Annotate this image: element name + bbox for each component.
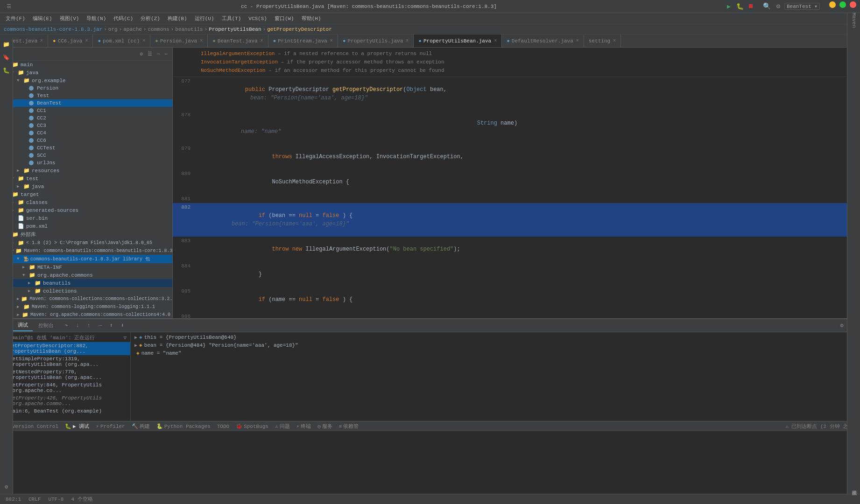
menu-navigate[interactable]: 导航(N) xyxy=(83,14,110,23)
line-content-882[interactable]: if (bean == null = false ) { bean: "Pers… xyxy=(196,203,853,237)
var-item-this[interactable]: ▶ ◈ this = {PropertyUtilsBean@640} xyxy=(131,333,860,341)
tree-external[interactable]: ▼ 📁 外部库 xyxy=(0,230,172,239)
status-spaces[interactable]: 4 个空格 xyxy=(69,496,94,503)
window-controls[interactable]: ☰ xyxy=(4,1,14,12)
bottom-profiler[interactable]: ⚡ Profiler xyxy=(93,422,127,430)
line-content-884[interactable]: } xyxy=(196,262,853,287)
var-item-name[interactable]: ◈ name = "name" xyxy=(131,349,860,357)
menu-file[interactable]: 文件(F) xyxy=(2,14,29,23)
tab-propertyutilsbean-close[interactable]: × xyxy=(494,38,497,43)
tree-beantest[interactable]: BeanTest xyxy=(0,99,172,107)
tab-propertyutils[interactable]: ● PropertyUtils.java × xyxy=(338,35,414,47)
menu-icon[interactable]: ☰ xyxy=(4,1,14,12)
line-content-885[interactable]: if (name == null = false ) { xyxy=(196,287,853,312)
left-icon-gear[interactable]: ⚙ xyxy=(1,482,12,492)
bottom-deps[interactable]: ≡ 依赖管 xyxy=(336,422,362,431)
menu-vcs[interactable]: VCS(S) xyxy=(245,15,271,22)
tree-cc4[interactable]: CC4 xyxy=(0,129,172,137)
tree-collections-pkg[interactable]: ▶ 📁 collections xyxy=(0,287,172,295)
bottom-build[interactable]: 🔨 构建 xyxy=(129,422,153,431)
tree-maven-beanutils[interactable]: ▼ 📁 Maven: commons-beanutils:commons-bea… xyxy=(0,247,172,255)
sidebar-filter-btn[interactable]: ☰ xyxy=(146,50,154,58)
menu-code[interactable]: 代码(C) xyxy=(110,14,137,23)
tree-serbin[interactable]: 📄 ser.bin xyxy=(0,214,172,222)
run-config[interactable]: BeanTest ▾ xyxy=(784,3,820,10)
frame-item-3[interactable]: getProperty:846, PropertyUtils (org.apac… xyxy=(0,381,130,394)
tab-printstream-close[interactable]: × xyxy=(330,38,333,43)
debug-run-to-cursor[interactable]: → xyxy=(95,321,105,331)
maximize-button[interactable] xyxy=(839,1,846,8)
minimize-button[interactable] xyxy=(829,1,836,8)
tab-persion[interactable]: ● Persion.java × xyxy=(150,35,208,47)
debug-step-over[interactable]: ↷ xyxy=(61,321,71,331)
bottom-python-packages[interactable]: 🐍 Python Packages xyxy=(154,422,213,430)
tab-beantest-close[interactable]: × xyxy=(261,38,263,43)
settings-btn[interactable]: ⚙ xyxy=(773,1,783,12)
exc-invtarget[interactable]: InvocationTargetException xyxy=(201,59,278,65)
code-scroll[interactable]: 877 public PropertyDescriptor getPropert… xyxy=(173,77,853,318)
left-icon-debug-sidebar[interactable]: 🐛 xyxy=(1,65,12,76)
tab-beantest[interactable]: ● BeanTest.java × xyxy=(208,35,268,47)
line-content-879[interactable]: throws IllegalAccessException, Invocatio… xyxy=(196,144,853,169)
tab-pom-close[interactable]: × xyxy=(142,38,145,43)
status-crlf[interactable]: CRLF xyxy=(27,497,42,502)
debug-step-into[interactable]: ↓ xyxy=(72,321,83,331)
tree-persion[interactable]: Persion xyxy=(0,84,172,92)
bc-jar[interactable]: commons-beanutils-core-1.8.3.jar xyxy=(4,27,102,32)
close-button[interactable] xyxy=(850,1,856,8)
tree-jdk[interactable]: ▶ 📁 < 1.8 (2) > C:\Program Files\Java\jd… xyxy=(0,239,172,247)
tree-cc2[interactable]: CC2 xyxy=(0,114,172,122)
menu-help[interactable]: 帮助(H) xyxy=(298,14,325,23)
bc-method[interactable]: getPropertyDescriptor xyxy=(267,27,332,32)
bottom-services[interactable]: ◎ 服务 xyxy=(315,422,335,431)
tree-main[interactable]: ▼ 📁 main xyxy=(0,61,172,69)
debug-tab-debugger[interactable]: 调试 xyxy=(13,320,33,331)
tree-generated[interactable]: ▶ 📁 generated-sources xyxy=(0,206,172,214)
search-everywhere[interactable]: 🔍 xyxy=(762,1,772,12)
var-item-bean[interactable]: ▶ ◈ bean = {Persion@484} "Persion{name='… xyxy=(131,341,860,349)
tree-orgexample[interactable]: ▼ 📁 org.example xyxy=(0,77,172,84)
stop-button[interactable]: ⏹ xyxy=(746,1,756,12)
bc-commons[interactable]: commons xyxy=(148,27,169,32)
tree-pomxml[interactable]: 📄 pom.xml xyxy=(0,222,172,230)
right-icon-1[interactable]: Maven xyxy=(849,15,859,25)
tree-java[interactable]: ▼ 📁 java xyxy=(0,69,172,77)
debug-settings[interactable]: ⚙ xyxy=(837,321,847,331)
exc-illarg[interactable]: IllegalArgumentException xyxy=(201,51,275,56)
menu-edit[interactable]: 编辑(E) xyxy=(29,14,56,23)
tree-maven-logging[interactable]: ▶ 📁 Maven: commons-logging:commons-loggi… xyxy=(0,303,172,311)
tree-cc6[interactable]: CC6 xyxy=(0,137,172,144)
tab-persion-close[interactable]: × xyxy=(200,38,203,43)
menu-tools[interactable]: 工具(T) xyxy=(218,14,245,23)
bottom-todo[interactable]: TODO xyxy=(214,423,232,430)
tree-cc3[interactable]: CC3 xyxy=(0,122,172,129)
tab-printstream[interactable]: ● PrintStream.java × xyxy=(268,35,338,47)
tree-cc1[interactable]: CC1 xyxy=(0,107,172,114)
bc-org[interactable]: org xyxy=(108,27,118,32)
bottom-debug[interactable]: 🐛 ▶ 调试 xyxy=(62,422,92,431)
frame-item-5[interactable]: main:6, BeanTest (org.example) xyxy=(0,407,130,415)
tab-cc6[interactable]: ● CC6.java × xyxy=(48,35,93,47)
left-icon-bookmarks[interactable]: 🔖 xyxy=(1,52,12,63)
menu-build[interactable]: 构建(B) xyxy=(164,14,191,23)
run-button[interactable]: ▶ xyxy=(724,1,734,12)
tab-setting[interactable]: setting × xyxy=(584,35,621,47)
bottom-problems[interactable]: ⚠ 问题 xyxy=(272,422,293,431)
bottom-spotbugs[interactable]: 🐞 SpotBugs xyxy=(233,422,271,430)
tree-target[interactable]: ▼ 📁 target xyxy=(0,190,172,198)
bottom-terminal[interactable]: ⚡ 终端 xyxy=(294,422,314,431)
menu-run[interactable]: 运行(U) xyxy=(191,14,218,23)
tree-scc[interactable]: SCC xyxy=(0,152,172,159)
frame-item-4[interactable]: getProperty:426, PropertyUtils (org.apac… xyxy=(0,394,130,407)
bc-apache[interactable]: apache xyxy=(123,27,142,32)
line-content-880[interactable]: NoSuchMethodException { xyxy=(196,169,853,195)
tree-metainf[interactable]: ▶ 📁 META-INF xyxy=(0,263,172,271)
line-content-877[interactable]: public PropertyDescriptor getPropertyDes… xyxy=(196,77,853,111)
tree-beanutils-jar[interactable]: ▼ 🗜 commons-beanutils-core-1.8.3.jar lib… xyxy=(0,255,172,263)
tab-defaultresolver[interactable]: ● DefaultResolver.java × xyxy=(502,35,584,47)
menu-analyze[interactable]: 分析(Z) xyxy=(137,14,164,23)
sidebar-gear-btn[interactable]: ⚙ xyxy=(138,50,145,58)
tab-propertyutils-close[interactable]: × xyxy=(406,38,409,43)
tree-test[interactable]: Test xyxy=(0,92,172,99)
line-content-886[interactable]: throw new IllegalArgumentException("No n… xyxy=(196,312,853,318)
